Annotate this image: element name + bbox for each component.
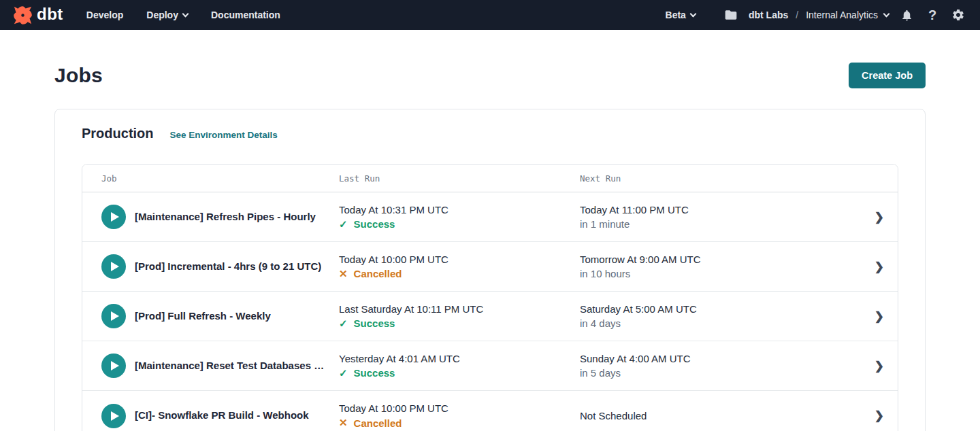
job-cell: [Prod] Incremental - 4hrs (9 to 21 UTC) — [101, 254, 339, 279]
next-run-cell: Tomorrow At 9:00 AM UTC in 10 hours — [580, 254, 857, 279]
next-run-time: Not Scheduled — [580, 410, 846, 421]
job-cell: [Prod] Full Refresh - Weekly — [101, 304, 339, 328]
row-chevron-cell: ❯ — [857, 309, 884, 324]
last-run-time: Last Saturday At 10:11 PM UTC — [339, 303, 569, 315]
page-header: Jobs Create Job — [54, 63, 926, 88]
last-run-time: Today At 10:31 PM UTC — [339, 204, 569, 216]
notifications-bell-icon[interactable] — [898, 7, 915, 23]
last-run-status: ✕ Cancelled — [339, 268, 569, 280]
breadcrumb[interactable]: dbt Labs / Internal Analytics — [749, 10, 889, 20]
project-name: Internal Analytics — [806, 10, 878, 20]
run-job-play-button[interactable] — [101, 354, 126, 378]
job-name: [Maintenance] Refresh Pipes - Hourly — [135, 211, 316, 224]
beta-dropdown[interactable]: Beta — [666, 10, 696, 20]
row-chevron-cell: ❯ — [857, 409, 884, 423]
job-name: [CI]- Snowflake PR Build - Webhook — [135, 409, 309, 422]
play-icon — [111, 361, 119, 370]
play-icon — [111, 311, 119, 321]
brand-word: dbt — [37, 6, 63, 24]
help-icon[interactable]: ? — [924, 7, 941, 23]
table-row[interactable]: [CI]- Snowflake PR Build - Webhook Today… — [82, 391, 898, 431]
last-run-cell: Yesterday At 4:01 AM UTC ✓ Success — [339, 353, 580, 379]
status-icon: ✓ — [339, 367, 348, 379]
folder-icon — [723, 7, 739, 23]
table-row[interactable]: [Prod] Incremental - 4hrs (9 to 21 UTC) … — [82, 242, 898, 292]
next-run-cell: Sunday At 4:00 AM UTC in 5 days — [580, 353, 857, 379]
job-name: [Prod] Incremental - 4hrs (9 to 21 UTC) — [135, 260, 321, 273]
see-environment-details-link[interactable]: See Environment Details — [170, 130, 278, 140]
nav-item-develop[interactable]: Develop — [86, 10, 123, 20]
last-run-cell: Today At 10:00 PM UTC ✕ Cancelled — [339, 402, 580, 429]
column-header-next-run: Next Run — [580, 173, 857, 184]
last-run-cell: Today At 10:00 PM UTC ✕ Cancelled — [339, 254, 580, 280]
column-header-last-run: Last Run — [339, 173, 580, 184]
play-icon — [111, 212, 119, 222]
last-run-status-label: Success — [354, 218, 395, 230]
table-row[interactable]: [Maintenance] Refresh Pipes - Hourly Tod… — [82, 192, 898, 242]
dbt-logo-icon — [14, 6, 32, 24]
page-title: Jobs — [54, 64, 103, 87]
chevron-down-icon — [883, 10, 890, 17]
job-cell: [CI]- Snowflake PR Build - Webhook — [101, 404, 339, 428]
row-chevron-cell: ❯ — [857, 359, 884, 373]
jobs-table-header: Job Last Run Next Run — [82, 165, 898, 192]
run-job-play-button[interactable] — [101, 205, 126, 229]
chevron-right-icon[interactable]: ❯ — [875, 260, 884, 274]
environment-name: Production — [82, 126, 154, 141]
chevron-down-icon — [689, 10, 696, 17]
nav-links: Develop Deploy Documentation — [86, 10, 280, 20]
next-run-time: Tomorrow At 9:00 AM UTC — [580, 254, 846, 265]
job-name: [Maintenance] Reset Test Databases - W..… — [135, 360, 325, 373]
row-chevron-cell: ❯ — [857, 210, 884, 224]
column-header-job: Job — [101, 173, 339, 184]
jobs-table: Job Last Run Next Run [Maintenance] Refr… — [82, 164, 898, 431]
run-job-play-button[interactable] — [101, 404, 126, 428]
status-icon: ✕ — [339, 417, 348, 429]
last-run-status: ✕ Cancelled — [339, 417, 569, 429]
chevron-right-icon[interactable]: ❯ — [875, 359, 884, 373]
table-row[interactable]: [Maintenance] Reset Test Databases - W..… — [82, 341, 898, 391]
next-run-cell: Not Scheduled — [580, 410, 857, 421]
next-run-relative: in 10 hours — [580, 268, 846, 279]
next-run-cell: Saturday At 5:00 AM UTC in 4 days — [580, 303, 857, 329]
status-icon: ✓ — [339, 317, 348, 330]
job-name: [Prod] Full Refresh - Weekly — [135, 310, 271, 323]
breadcrumb-separator: / — [794, 10, 800, 20]
run-job-play-button[interactable] — [101, 254, 126, 279]
status-icon: ✕ — [339, 268, 348, 280]
last-run-time: Yesterday At 4:01 AM UTC — [339, 353, 569, 364]
chevron-down-icon — [182, 10, 189, 17]
chevron-right-icon[interactable]: ❯ — [875, 409, 884, 423]
environment-header: Production See Environment Details — [82, 126, 898, 141]
chevron-right-icon[interactable]: ❯ — [875, 309, 884, 324]
last-run-time: Today At 10:00 PM UTC — [339, 254, 569, 265]
nav-item-deploy[interactable]: Deploy — [146, 10, 188, 20]
chevron-right-icon[interactable]: ❯ — [875, 210, 884, 224]
last-run-cell: Last Saturday At 10:11 PM UTC ✓ Success — [339, 303, 580, 330]
play-icon — [111, 411, 119, 421]
job-cell: [Maintenance] Refresh Pipes - Hourly — [101, 205, 339, 229]
next-run-relative: in 5 days — [580, 367, 846, 379]
page-body: Jobs Create Job Production See Environme… — [0, 63, 980, 431]
play-icon — [111, 262, 119, 271]
dbt-logo[interactable]: dbt — [14, 6, 63, 24]
last-run-time: Today At 10:00 PM UTC — [339, 402, 569, 414]
row-chevron-cell: ❯ — [857, 260, 884, 274]
next-run-time: Saturday At 5:00 AM UTC — [580, 303, 846, 315]
last-run-status-label: Cancelled — [354, 417, 402, 429]
last-run-status-label: Success — [354, 367, 395, 379]
environment-card: Production See Environment Details Job L… — [54, 109, 926, 431]
next-run-cell: Today At 11:00 PM UTC in 1 minute — [580, 204, 857, 230]
gear-icon[interactable] — [950, 7, 966, 23]
table-row[interactable]: [Prod] Full Refresh - Weekly Last Saturd… — [82, 292, 898, 341]
create-job-button[interactable]: Create Job — [849, 63, 926, 88]
last-run-cell: Today At 10:31 PM UTC ✓ Success — [339, 204, 580, 230]
next-run-relative: in 1 minute — [580, 218, 846, 230]
last-run-status-label: Cancelled — [354, 268, 402, 279]
nav-item-documentation[interactable]: Documentation — [211, 10, 280, 20]
last-run-status: ✓ Success — [339, 317, 569, 330]
next-run-time: Sunday At 4:00 AM UTC — [580, 353, 846, 364]
status-icon: ✓ — [339, 218, 348, 230]
next-run-relative: in 4 days — [580, 317, 846, 329]
run-job-play-button[interactable] — [101, 304, 126, 328]
